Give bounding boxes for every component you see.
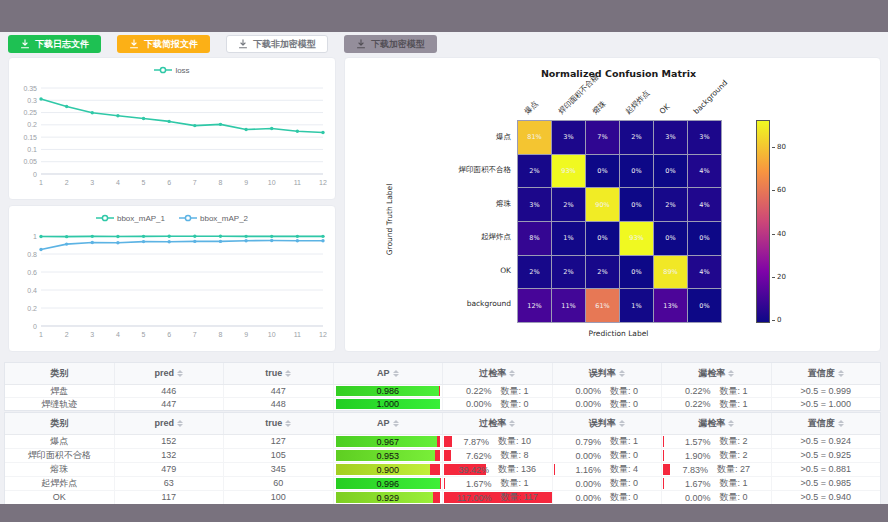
column-header-label: 漏检率 xyxy=(698,368,725,378)
sort-icon[interactable] xyxy=(838,420,844,427)
heatmap-colorbar xyxy=(756,120,770,323)
caret-down-icon xyxy=(619,374,625,377)
column-header-误判率[interactable]: 误判率 xyxy=(553,413,663,434)
heatmap-cell: 4% xyxy=(688,256,721,289)
heatmap-cell: 2% xyxy=(518,256,551,289)
download-button-1[interactable]: 下载日志文件 xyxy=(8,35,101,53)
sort-icon[interactable] xyxy=(728,370,734,377)
rate-value: 0.00% xyxy=(575,451,601,461)
svg-text:0.6: 0.6 xyxy=(27,269,37,276)
miss-rate-cell: 0.22%数量: 1 xyxy=(662,398,772,410)
ap-bar: 0.900 xyxy=(336,464,441,475)
svg-text:4: 4 xyxy=(116,179,120,186)
heatmap-row-label: 起焊炸点 xyxy=(405,232,511,242)
caret-up-icon xyxy=(393,370,399,373)
legend-item-bbox_mAP_1[interactable]: bbox_mAP_1 xyxy=(96,214,165,223)
rate-value: 0.00% xyxy=(575,399,601,409)
column-header-label: 置信度 xyxy=(808,368,835,378)
heatmap-cell: 0% xyxy=(688,289,721,322)
svg-text:9: 9 xyxy=(244,179,248,186)
ap-value: 0.929 xyxy=(336,492,441,503)
column-header-过检率[interactable]: 过检率 xyxy=(443,413,553,434)
sort-icon[interactable] xyxy=(728,420,734,427)
column-header-漏检率[interactable]: 漏检率 xyxy=(662,363,772,384)
svg-text:0.2: 0.2 xyxy=(27,305,37,312)
heatmap-row-label: OK xyxy=(405,266,511,275)
column-header-pred[interactable]: pred xyxy=(115,413,225,434)
rate-text: 0.00%数量: 0 xyxy=(443,398,552,410)
heatmap-cell: 90% xyxy=(586,188,619,221)
sort-icon[interactable] xyxy=(285,420,291,427)
column-header-true[interactable]: true xyxy=(224,413,334,434)
loss-chart-card: loss00.050.10.150.20.250.30.351234567891… xyxy=(8,57,336,200)
legend-item-bbox_mAP_2[interactable]: bbox_mAP_2 xyxy=(179,214,248,223)
svg-text:7: 7 xyxy=(193,331,197,338)
pred-count-cell: 479 xyxy=(115,463,225,476)
sort-icon[interactable] xyxy=(177,420,183,427)
heatmap-cell: 0% xyxy=(620,188,653,221)
miss-rate-cell: 7.83%数量: 27 xyxy=(662,463,772,476)
heatmap-cell: 3% xyxy=(518,188,551,221)
rate-value: 7.62% xyxy=(466,451,492,461)
heatmap-cell: 81% xyxy=(518,121,551,154)
column-header-AP[interactable]: AP xyxy=(334,413,444,434)
legend-item-loss[interactable]: loss xyxy=(154,66,189,75)
sort-icon[interactable] xyxy=(285,370,291,377)
sort-icon[interactable] xyxy=(838,370,844,377)
true-count-cell: 105 xyxy=(224,449,334,462)
column-header-label: pred xyxy=(154,418,174,428)
rate-count: 数量: 2 xyxy=(720,435,748,448)
svg-text:0.15: 0.15 xyxy=(23,134,37,141)
rate-count: 数量: 1 xyxy=(720,398,748,411)
overdetect-rate-cell: 0.22%数量: 1 xyxy=(443,385,553,397)
sort-icon[interactable] xyxy=(177,370,183,377)
sort-icon[interactable] xyxy=(393,420,399,427)
svg-text:12: 12 xyxy=(319,331,327,338)
svg-text:0.1: 0.1 xyxy=(27,146,37,153)
caret-up-icon xyxy=(728,420,734,423)
heatmap-col-label: OK xyxy=(658,102,672,116)
column-header-true[interactable]: true xyxy=(224,363,334,384)
rate-value: 0.22% xyxy=(685,399,711,409)
column-header-label: 误判率 xyxy=(589,418,616,428)
svg-text:0.25: 0.25 xyxy=(23,109,37,116)
column-header-漏检率[interactable]: 漏检率 xyxy=(662,413,772,434)
rate-value: 7.87% xyxy=(463,437,489,447)
column-header-AP[interactable]: AP xyxy=(334,363,444,384)
column-header-置信度[interactable]: 置信度 xyxy=(772,363,881,384)
svg-text:3: 3 xyxy=(90,179,94,186)
colorbar-tick-label: 40 xyxy=(777,230,786,238)
column-header-误判率[interactable]: 误判率 xyxy=(553,363,663,384)
heatmap-row-label: background xyxy=(405,299,511,308)
sort-icon[interactable] xyxy=(619,370,625,377)
class-name-cell: 焊盘 xyxy=(5,385,115,397)
confidence-cell: >0.5 = 0.925 xyxy=(772,449,881,462)
sort-icon[interactable] xyxy=(619,420,625,427)
column-header-置信度[interactable]: 置信度 xyxy=(772,413,881,434)
svg-text:0.05: 0.05 xyxy=(23,158,37,165)
sort-icon[interactable] xyxy=(509,370,515,377)
download-button-2[interactable]: 下载简报文件 xyxy=(117,35,210,53)
ap-cell: 0.967 xyxy=(334,435,444,448)
download-button-4[interactable]: 下载加密模型 xyxy=(344,35,437,53)
sort-icon[interactable] xyxy=(509,420,515,427)
rate-count: 数量: 0 xyxy=(610,449,638,462)
svg-text:8: 8 xyxy=(219,179,223,186)
legend-marker-icon xyxy=(96,214,114,222)
column-header-类别: 类别 xyxy=(5,413,115,434)
download-button-3[interactable]: 下载非加密模型 xyxy=(226,35,328,53)
table-row: 爆点1521270.9677.87%数量: 100.79%数量: 11.57%数… xyxy=(5,435,880,449)
overdetect-rate-cell: 117.00%数量: 117 xyxy=(443,491,553,504)
pred-count-cell: 132 xyxy=(115,449,225,462)
rate-count: 数量: 2 xyxy=(720,449,748,462)
heatmap-cell: 2% xyxy=(552,256,585,289)
pred-count-cell: 446 xyxy=(115,385,225,397)
sort-icon[interactable] xyxy=(393,370,399,377)
rate-value: 117.00% xyxy=(457,493,492,503)
heatmap-cell: 2% xyxy=(552,188,585,221)
rate-count: 数量: 0 xyxy=(610,477,638,490)
column-header-label: 过检率 xyxy=(479,418,506,428)
column-header-过检率[interactable]: 过检率 xyxy=(443,363,553,384)
column-header-pred[interactable]: pred xyxy=(115,363,225,384)
chart-legend: bbox_mAP_1bbox_mAP_2 xyxy=(9,206,335,228)
